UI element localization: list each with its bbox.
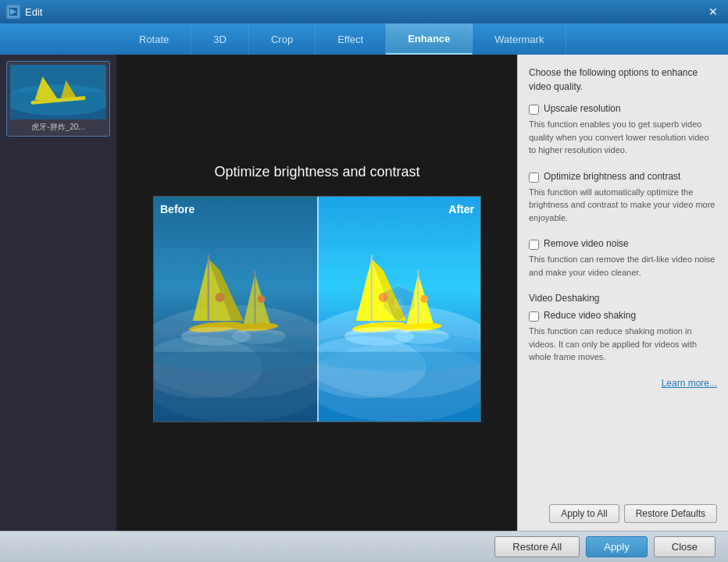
brightness-section: Optimize brightness and contrast This fu… [529,171,717,231]
upscale-section: Upscale resolution This function enables… [529,103,717,163]
deshake-checkbox[interactable] [529,311,539,322]
deshake-label: Reduce video shaking [544,310,636,321]
svg-text:盾: 盾 [393,297,404,310]
restore-defaults-button[interactable]: Restore Defaults [624,504,717,523]
before-label: Before [160,203,194,215]
preview-image-container: Before [153,196,481,422]
deshake-desc: This function can reduce shaking motion … [529,325,717,364]
restore-all-button[interactable]: Restore All [494,536,580,557]
watermark-overlay: 盾 anxz.com [380,284,417,334]
title-bar: Edit ✕ [0,0,728,23]
brightness-checkbox[interactable] [529,173,539,183]
app-icon [6,5,20,19]
window-title: Edit [25,6,705,18]
deshake-option-row: Reduce video shaking [529,310,717,322]
noise-option-row: Remove video noise [529,238,717,250]
panel-buttons: Apply to All Restore Defaults [529,496,717,523]
svg-point-20 [257,295,265,303]
svg-point-41 [317,332,480,371]
preview-divider [317,197,319,422]
close-window-button[interactable]: ✕ [705,3,722,20]
thumbnail-label: 虎牙-胖炸_20... [10,122,106,133]
after-preview: 盾 anxz.com After [317,197,480,422]
learn-more-link[interactable]: Learn more... [529,378,717,389]
thumbnail-image [10,65,106,119]
tab-rotate[interactable]: Rotate [117,23,191,55]
before-preview: Before [154,197,317,422]
noise-desc: This function can remove the dirt-like v… [529,253,717,279]
noise-checkbox[interactable] [529,240,539,250]
upscale-checkbox[interactable] [529,105,539,115]
tab-watermark[interactable]: Watermark [473,23,566,55]
close-button[interactable]: Close [654,536,716,557]
after-label: After [448,203,474,215]
tab-crop[interactable]: Crop [249,23,316,55]
upscale-desc: This function enables you to get superb … [529,118,717,157]
upscale-label: Upscale resolution [544,103,621,114]
watermark-text: anxz.com [380,325,417,334]
apply-button[interactable]: Apply [586,536,648,557]
apply-to-all-button[interactable]: Apply to All [549,504,619,523]
noise-label: Remove video noise [544,238,629,249]
main-container: 虎牙-胖炸_20... Optimize brightness and cont… [0,55,728,531]
brightness-label: Optimize brightness and contrast [544,171,680,182]
upscale-option-row: Upscale resolution [529,103,717,115]
sidebar: 虎牙-胖炸_20... [0,55,117,531]
thumbnail-item[interactable]: 虎牙-胖炸_20... [6,61,110,137]
brightness-option-row: Optimize brightness and contrast [529,171,717,183]
tab-effect[interactable]: Effect [316,23,386,55]
preview-area: Optimize brightness and contrast [117,55,517,531]
svg-point-19 [216,293,225,302]
svg-point-24 [154,332,317,371]
brightness-desc: This function will automatically optimiz… [529,186,717,225]
deshake-section: Reduce video shaking This function can r… [529,310,717,370]
noise-section: Remove video noise This function can rem… [529,238,717,285]
tab-bar: Rotate 3D Crop Effect Enhance Watermark [0,23,728,55]
right-panel: Choose the following options to enhance … [517,55,728,531]
tab-enhance[interactable]: Enhance [386,23,473,55]
tab-3d[interactable]: 3D [191,23,249,55]
preview-title: Optimize brightness and contrast [214,164,419,180]
svg-point-37 [420,295,428,303]
panel-description: Choose the following options to enhance … [529,66,717,94]
deshake-header: Video Deshaking [529,293,717,305]
bottom-bar: Restore All Apply Close [0,531,728,562]
